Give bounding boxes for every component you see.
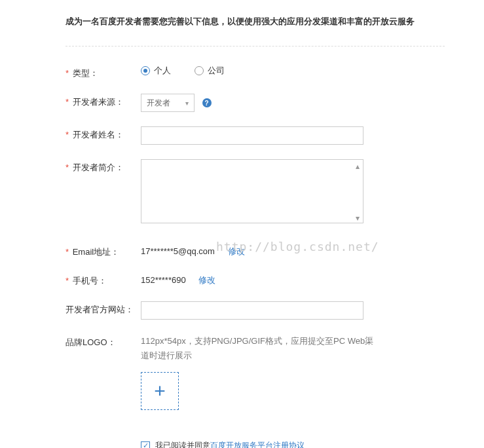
radio-circle-icon (141, 66, 150, 75)
chevron-down-icon: ▾ (185, 100, 189, 107)
agreement-link[interactable]: 百度开放服务平台注册协议 (210, 441, 305, 448)
help-icon[interactable]: ? (202, 98, 212, 107)
label-logo: 品牌LOGO： (65, 337, 116, 347)
radio-personal[interactable]: 个人 (141, 65, 171, 77)
divider (65, 46, 445, 47)
radio-circle-icon (195, 66, 204, 75)
row-type: * 类型： 个人 公司 (65, 65, 445, 79)
radio-label-personal: 个人 (154, 65, 171, 77)
email-modify-link[interactable]: 修改 (228, 246, 245, 256)
agreement-row: ✓ 我已阅读并同意百度开放服务平台注册协议 (141, 440, 445, 448)
logo-upload-button[interactable]: + (141, 372, 179, 410)
check-icon: ✓ (143, 442, 149, 448)
label-name: 开发者姓名： (73, 130, 124, 140)
label-source: 开发者来源： (73, 97, 124, 107)
row-source: * 开发者来源： 开发者 ▾ ? (65, 94, 445, 112)
source-select[interactable]: 开发者 ▾ (141, 94, 195, 112)
website-input[interactable] (141, 301, 363, 320)
required-mark: * (65, 130, 69, 140)
page-title: 成为一名百度开发者需要您完善以下信息，以便使用强大的应用分发渠道和丰富的开放云服… (65, 16, 445, 28)
plus-icon: + (154, 381, 166, 401)
logo-hint: 112px*54px，支持PNG/JPG/GIF格式，应用提交至PC Web渠道… (141, 334, 377, 363)
label-email: Email地址： (73, 247, 120, 257)
row-website: 开发者官方网站： (65, 301, 445, 320)
required-mark: * (65, 97, 69, 107)
label-phone: 手机号： (73, 276, 107, 286)
required-mark: * (65, 276, 69, 286)
label-website: 开发者官方网站： (65, 305, 134, 314)
phone-modify-link[interactable]: 修改 (198, 275, 215, 285)
required-mark: * (65, 247, 69, 257)
agreement-prefix: 我已阅读并同意 (155, 441, 210, 448)
radio-label-company: 公司 (208, 65, 225, 77)
agreement-checkbox[interactable]: ✓ (141, 441, 150, 449)
row-logo: 品牌LOGO： 112px*54px，支持PNG/JPG/GIF格式，应用提交至… (65, 334, 445, 448)
name-input[interactable] (141, 126, 363, 145)
intro-textarea[interactable] (141, 159, 363, 223)
radio-company[interactable]: 公司 (195, 65, 225, 77)
phone-value: 152*****690 (141, 272, 186, 285)
label-intro: 开发者简介： (73, 162, 124, 172)
label-type: 类型： (73, 68, 98, 78)
required-mark: * (65, 162, 69, 172)
row-name: * 开发者姓名： (65, 126, 445, 145)
row-intro: * 开发者简介： ▴ ▾ (65, 159, 445, 225)
required-mark: * (65, 68, 69, 78)
select-value: 开发者 (147, 98, 170, 109)
row-email: * Email地址： 17*******5@qq.com 修改 (65, 244, 445, 258)
email-value: 17*******5@qq.com (141, 244, 215, 256)
row-phone: * 手机号： 152*****690 修改 (65, 272, 445, 287)
